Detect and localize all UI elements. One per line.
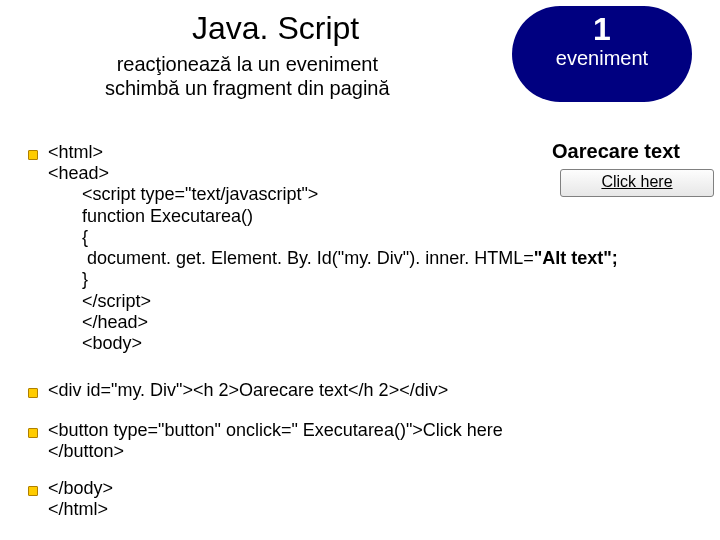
code-line: </body> — [48, 478, 113, 498]
code-line: ipt> — [122, 291, 152, 311]
subtitle-line-2: schimbă un fragment din pagină — [105, 77, 390, 99]
code-block-4: </body> </html> — [48, 478, 113, 520]
code-line: document. get. Element. By. Id("my. Div"… — [82, 248, 534, 268]
code-line: </html> — [48, 499, 108, 519]
code-line: </button> — [48, 441, 124, 461]
code-line: </scr — [82, 291, 122, 311]
bullet-icon — [28, 486, 38, 496]
code-line: function Executarea() — [48, 206, 253, 227]
code-line: <html> — [48, 142, 103, 162]
code-bold: "Alt text"; — [534, 248, 618, 268]
code-line: <div id="my. Div"><h 2> — [48, 380, 239, 400]
code-line: { — [48, 227, 88, 248]
code-block-3: <button type="button" onclick=" Executar… — [48, 420, 503, 462]
step-number: 1 — [512, 12, 692, 47]
step-badge: 1 eveniment — [512, 6, 692, 102]
subtitle: reacţionează la un eveniment schimbă un … — [105, 52, 390, 100]
header: Java. Script reacţionează la un evenimen… — [22, 8, 698, 108]
bullet-icon — [28, 428, 38, 438]
code-line: <body> — [48, 333, 142, 354]
code-line: </h 2></div> — [348, 380, 448, 400]
code-bold: Oarecare text — [239, 380, 348, 400]
slide: Java. Script reacţionează la un evenimen… — [0, 0, 720, 540]
bullet-icon — [28, 388, 38, 398]
subtitle-line-1: reacţionează la un eveniment — [117, 53, 378, 75]
code-line: <button type="button" onclick=" Executar… — [48, 420, 503, 440]
page-title: Java. Script — [192, 10, 359, 47]
code-line: <script type="text/javascript"> — [82, 184, 318, 204]
code-line: <head> — [48, 163, 109, 183]
code-line: </head> — [48, 312, 148, 333]
code-block-2: <div id="my. Div"><h 2>Oarecare text</h … — [48, 380, 448, 401]
code-line: } — [48, 269, 88, 290]
bullet-icon — [28, 150, 38, 160]
step-label: eveniment — [512, 47, 692, 70]
code-block-1: <html> <head> <script type="text/javascr… — [48, 142, 618, 354]
